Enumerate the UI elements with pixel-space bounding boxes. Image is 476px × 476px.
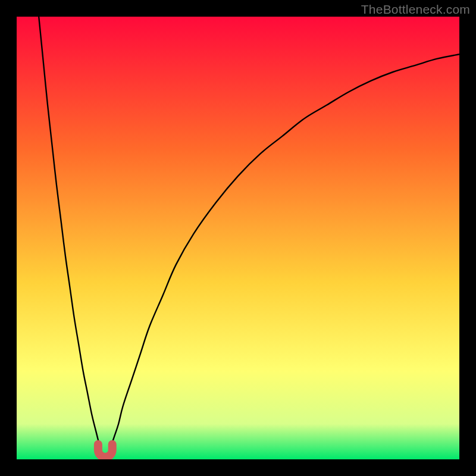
chart-frame [17,17,459,459]
gradient-background [17,17,459,459]
bottleneck-chart [17,17,459,459]
watermark-text: TheBottleneck.com [361,2,470,17]
